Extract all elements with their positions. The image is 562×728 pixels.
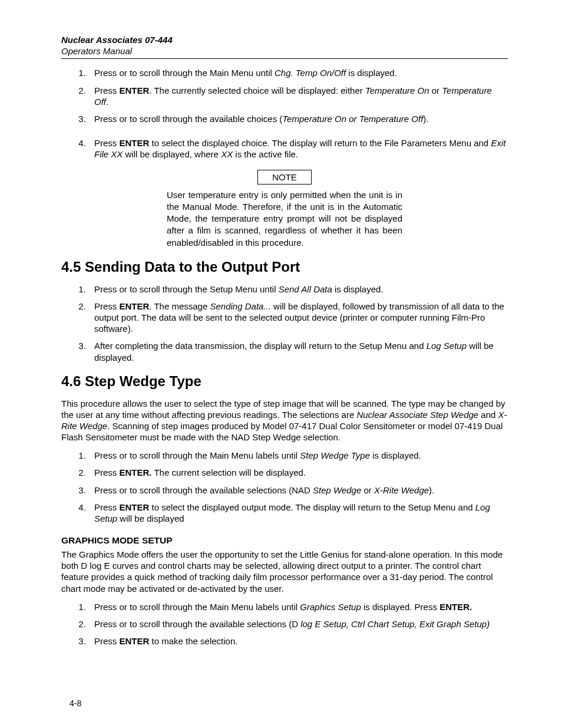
list-item: After completing the data transmission, … [88,340,508,363]
note-label: NOTE [257,170,312,185]
bold-text: ENTER [120,138,150,148]
list-item: Press ENTER to select the displayed choi… [88,137,508,160]
italic-text: Temperature On or Temperature Off [282,114,423,124]
procedure-list-1: Press or to scroll through the Main Menu… [77,67,508,160]
text: is displayed. [346,68,397,78]
text: . The message [149,301,210,311]
list-item: Press or to scroll through the Main Menu… [88,601,508,612]
text: The current selection will be displayed. [152,467,306,477]
document-page: Nuclear Associates 07-444 Operators Manu… [0,0,562,728]
section-heading-4-5: 4.5 Sending Data to the Output Port [61,258,508,276]
text: Press [94,301,120,311]
section-heading-4-6: 4.6 Step Wedge Type [61,373,508,391]
header-title: Nuclear Associates 07-444 [61,34,508,45]
bold-text: ENTER. [439,602,472,612]
italic-text: Chg. Temp On/Off [275,68,346,78]
text: Press [94,502,120,512]
text: Press or to scroll through the available… [94,619,300,629]
text: is displayed. Press [361,602,439,612]
text: . [106,97,108,107]
italic-text: Temperature On [365,85,429,95]
note-block: NOTE User temperature entry is only perm… [61,166,508,249]
text: Press or to scroll through the Main Menu… [94,68,275,78]
text: will be displayed [117,513,184,523]
text: to select the displayed choice. The disp… [149,138,491,148]
header-subtitle: Operators Manual [61,45,508,59]
text: Press or to scroll through the Main Menu… [94,450,300,460]
text: . Scanning of step images produced by Mo… [61,421,503,442]
intro-paragraph: This procedure allows the user to select… [61,398,508,443]
procedure-list-4-6: Press or to scroll through the Main Menu… [77,450,508,524]
list-item: Press or to scroll through the available… [88,113,508,124]
bold-text: ENTER. [120,467,152,477]
note-text: User temperature entry is only permitted… [167,189,402,249]
list-item: Press ENTER. The message Sending Data...… [88,301,508,335]
list-item: Press or to scroll through the Setup Men… [88,284,508,295]
text: Press [94,467,120,477]
list-item: Press or to scroll through the Main Menu… [88,450,508,461]
italic-text: Log Setup [427,341,467,351]
italic-text: Step Wedge [313,485,361,495]
text: is the active file. [233,149,298,159]
text: to make the selection. [149,636,237,646]
list-item: Press ENTER to select the displayed outp… [88,502,508,524]
italic-text: log E Setup, Ctrl Chart Setup, Exit Grap… [300,619,490,629]
list-item: Press ENTER to make the selection. [88,635,508,647]
procedure-list-graphics: Press or to scroll through the Main Menu… [77,601,508,647]
graphics-mode-heading: GRAPHICS MODE SETUP [61,535,508,546]
text: Press or to scroll through the available… [94,485,313,495]
bold-text: ENTER [120,85,150,95]
text: ). [429,485,434,495]
list-item: Press or to scroll through the Main Menu… [88,67,508,78]
text: Press [94,138,120,148]
procedure-list-4-5: Press or to scroll through the Setup Men… [77,284,508,363]
italic-text: Nuclear Associate Step Wedge [356,410,478,420]
italic-text: XX [221,149,233,159]
italic-text: Step Wedge Type [300,450,370,460]
graphics-intro: The Graphics Mode offers the user the op… [61,549,508,594]
bold-text: ENTER [120,301,150,311]
text: Press [94,636,120,646]
page-header: Nuclear Associates 07-444 Operators Manu… [61,34,508,59]
text: Press or to scroll through the available… [94,114,282,124]
italic-text: Graphics Setup [300,602,361,612]
text: is displayed. [332,284,384,294]
italic-text: Send All Data [279,284,332,294]
text: After completing the data transmission, … [94,341,427,351]
bold-text: ENTER [120,636,150,646]
text: Press or to scroll through the Setup Men… [94,284,279,294]
text: or [361,485,374,495]
page-number: 4-8 [70,699,81,709]
list-item: Press ENTER. The current selection will … [88,467,508,478]
bold-text: ENTER [120,502,150,512]
text: and [478,410,498,420]
text: . The currently selected choice will be … [149,85,365,95]
list-item: Press or to scroll through the available… [88,485,508,496]
text: or [429,85,442,95]
text: Press or to scroll through the Main Menu… [94,602,300,612]
text: will be displayed, where [123,149,221,159]
italic-text: Sending Data... [210,301,270,311]
text: Press [94,85,120,95]
list-item: Press ENTER. The currently selected choi… [88,85,508,107]
text: ). [423,114,428,124]
text: is displayed. [370,450,421,460]
italic-text: X-Rite Wedge [374,485,429,495]
text: to select the displayed output mode. The… [149,502,475,512]
list-item: Press or to scroll through the available… [88,618,508,630]
